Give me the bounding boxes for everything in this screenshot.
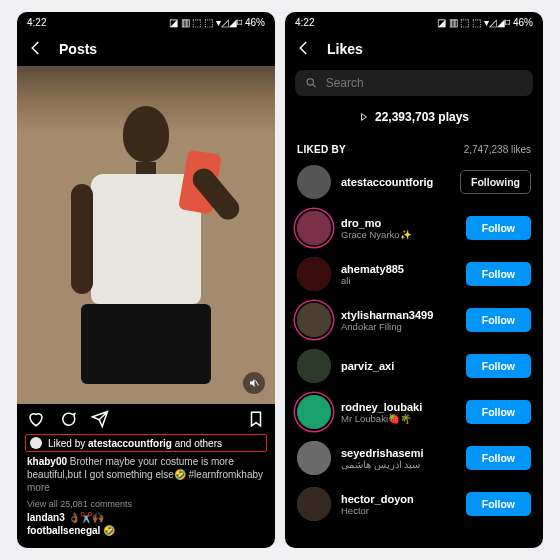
- post-media[interactable]: [17, 66, 275, 404]
- back-icon[interactable]: [27, 39, 45, 60]
- user-text: atestaccountforig: [341, 176, 450, 188]
- user-text: parviz_axi: [341, 360, 456, 372]
- user-text: xtylisharman3499Andokar Filing: [341, 309, 456, 332]
- search-input[interactable]: [326, 76, 523, 90]
- user-text: dro_moGrace Nyarko✨: [341, 217, 456, 240]
- follow-button[interactable]: Follow: [466, 216, 531, 240]
- comment-2[interactable]: footballsenegal 🤣: [17, 524, 275, 537]
- username: atestaccountforig: [341, 176, 450, 188]
- post-caption[interactable]: khaby00 Brother maybe your costume is mo…: [17, 452, 275, 497]
- follow-button[interactable]: Follow: [466, 308, 531, 332]
- avatar[interactable]: [297, 211, 331, 245]
- liked-by-row[interactable]: Liked by atestaccountforig and others: [25, 434, 267, 452]
- username: rodney_loubaki: [341, 401, 456, 413]
- battery-text: 46%: [513, 17, 533, 28]
- user-subtitle: Mr Loubaki🍓🌴: [341, 413, 456, 424]
- liker-row[interactable]: parviz_axiFollow: [285, 343, 543, 389]
- svg-line-2: [313, 85, 316, 88]
- status-bar: 4:22 ◪ ▥ ⬚ ⬚ ▾◿◢⌑ 46%: [17, 12, 275, 32]
- user-text: hector_doyonHector: [341, 493, 456, 516]
- liked-by-label: LIKED BY: [297, 144, 346, 155]
- follow-button[interactable]: Follow: [466, 354, 531, 378]
- battery-text: 46%: [245, 17, 265, 28]
- liker-row[interactable]: seyedrishasemiسید ادریس هاشمیFollow: [285, 435, 543, 481]
- following-button[interactable]: Following: [460, 170, 531, 194]
- status-time: 4:22: [27, 17, 46, 28]
- username: xtylisharman3499: [341, 309, 456, 321]
- user-subtitle: سید ادریس هاشمی: [341, 459, 456, 470]
- search-icon: [305, 76, 318, 90]
- status-icons: ◪ ▥ ⬚ ⬚ ▾◿◢⌑ 46%: [437, 17, 533, 28]
- comment-1[interactable]: landan3 👌🏾✂️🙌🏾: [17, 511, 275, 524]
- network-icons: ◪ ▥ ⬚ ⬚ ▾◿◢⌑: [169, 17, 242, 28]
- comment-icon[interactable]: [59, 410, 77, 430]
- page-title: Posts: [59, 41, 97, 57]
- post-actions: [17, 404, 275, 434]
- user-text: ahematy885ali: [341, 263, 456, 286]
- likes-header: Likes: [285, 32, 543, 66]
- liked-by-text: Liked by atestaccountforig and others: [48, 438, 222, 449]
- username: hector_doyon: [341, 493, 456, 505]
- follow-button[interactable]: Follow: [466, 400, 531, 424]
- liked-by-section: LIKED BY 2,747,238 likes: [285, 134, 543, 159]
- avatar[interactable]: [297, 303, 331, 337]
- username: ahematy885: [341, 263, 456, 275]
- avatar[interactable]: [297, 395, 331, 429]
- user-text: rodney_loubakiMr Loubaki🍓🌴: [341, 401, 456, 424]
- liker-row[interactable]: atestaccountforigFollowing: [285, 159, 543, 205]
- liker-avatar: [30, 437, 42, 449]
- posts-header: Posts: [17, 32, 275, 66]
- user-subtitle: Grace Nyarko✨: [341, 229, 456, 240]
- status-icons: ◪ ▥ ⬚ ⬚ ▾◿◢⌑ 46%: [169, 17, 265, 28]
- network-icons: ◪ ▥ ⬚ ⬚ ▾◿◢⌑: [437, 17, 510, 28]
- avatar[interactable]: [297, 257, 331, 291]
- like-icon[interactable]: [27, 410, 45, 430]
- phone-likes: 4:22 ◪ ▥ ⬚ ⬚ ▾◿◢⌑ 46% Likes 22,393,703 p…: [285, 12, 543, 548]
- user-text: seyedrishasemiسید ادریس هاشمی: [341, 447, 456, 470]
- likes-count: 2,747,238 likes: [464, 144, 531, 155]
- follow-button[interactable]: Follow: [466, 492, 531, 516]
- user-subtitle: Hector: [341, 505, 456, 516]
- likers-list[interactable]: atestaccountforigFollowingdro_moGrace Ny…: [285, 159, 543, 548]
- status-bar: 4:22 ◪ ▥ ⬚ ⬚ ▾◿◢⌑ 46%: [285, 12, 543, 32]
- avatar[interactable]: [297, 441, 331, 475]
- svg-line-0: [256, 381, 259, 386]
- liker-row[interactable]: rodney_loubakiMr Loubaki🍓🌴Follow: [285, 389, 543, 435]
- avatar[interactable]: [297, 487, 331, 521]
- username: dro_mo: [341, 217, 456, 229]
- avatar[interactable]: [297, 165, 331, 199]
- person-figure: [71, 106, 221, 386]
- liker-row[interactable]: ahematy885aliFollow: [285, 251, 543, 297]
- bookmark-icon[interactable]: [247, 410, 265, 430]
- username: parviz_axi: [341, 360, 456, 372]
- user-subtitle: ali: [341, 275, 456, 286]
- page-title: Likes: [327, 41, 363, 57]
- search-field[interactable]: [295, 70, 533, 96]
- user-subtitle: Andokar Filing: [341, 321, 456, 332]
- back-icon[interactable]: [295, 39, 313, 60]
- liker-row[interactable]: dro_moGrace Nyarko✨Follow: [285, 205, 543, 251]
- avatar[interactable]: [297, 349, 331, 383]
- play-count: 22,393,703 plays: [285, 102, 543, 134]
- follow-button[interactable]: Follow: [466, 262, 531, 286]
- username: seyedrishasemi: [341, 447, 456, 459]
- liker-row[interactable]: hector_doyonHectorFollow: [285, 481, 543, 527]
- play-icon: [359, 112, 369, 122]
- view-comments-link[interactable]: View all 25,081 comments: [17, 497, 275, 511]
- status-time: 4:22: [295, 17, 314, 28]
- mute-icon[interactable]: [243, 372, 265, 394]
- follow-button[interactable]: Follow: [466, 446, 531, 470]
- svg-point-1: [307, 79, 313, 85]
- phone-posts: 4:22 ◪ ▥ ⬚ ⬚ ▾◿◢⌑ 46% Posts Li: [17, 12, 275, 548]
- share-icon[interactable]: [91, 410, 109, 430]
- liker-row[interactable]: xtylisharman3499Andokar FilingFollow: [285, 297, 543, 343]
